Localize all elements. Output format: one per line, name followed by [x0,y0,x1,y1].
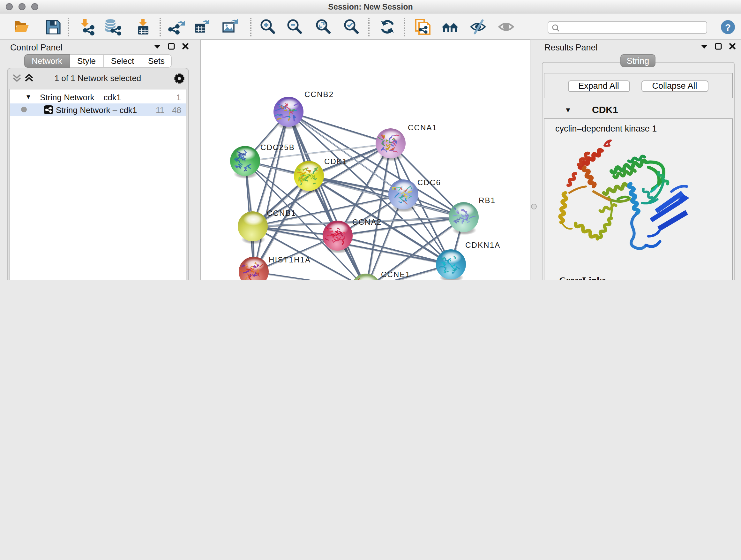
svg-text:CDC25B: CDC25B [260,143,295,152]
svg-text:CDK1: CDK1 [324,157,347,166]
svg-text:?: ? [725,22,731,32]
svg-text:CCNB2: CCNB2 [305,90,334,99]
svg-text:CCNE1: CCNE1 [381,270,410,279]
svg-text:CCNA1: CCNA1 [408,123,437,132]
svg-text:HIST1H1A: HIST1H1A [269,255,311,264]
svg-text:CCNB1: CCNB1 [267,209,296,217]
svg-text:CDKN1A: CDKN1A [465,241,501,249]
svg-text:CCNA2: CCNA2 [352,218,382,226]
svg-text:RB1: RB1 [479,196,495,205]
svg-text:CDC6: CDC6 [417,178,441,187]
